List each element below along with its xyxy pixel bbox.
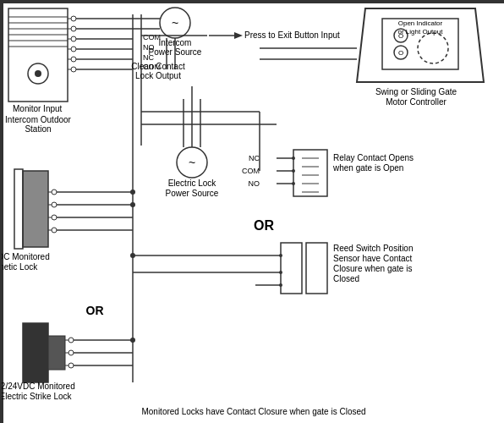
elec-lock-ac-symbol: ~ (189, 156, 195, 169)
strike-lock-label2: Electric Strike Lock (2, 392, 73, 401)
com-label: COM (143, 33, 161, 41)
svg-point-97 (130, 190, 135, 195)
or-label1: OR (254, 218, 274, 233)
reed-switch-label1: Reed Switch Position (333, 244, 414, 253)
svg-rect-72 (48, 336, 65, 370)
open-indicator-o2: O (398, 49, 403, 57)
swing-gate-label2: Motor Controller (386, 97, 446, 107)
clean-contact-label1: Clean Contact (131, 62, 185, 71)
reed-switch-label4: Closed (333, 274, 359, 283)
nc-relay-label: NC (249, 154, 260, 162)
strike-lock-label1: 12/24VDC Monitored (2, 382, 75, 391)
clean-contact-label2: Lock Output (135, 71, 181, 80)
no-label1: NO (143, 43, 155, 52)
open-indicator-text2: or Light Output (398, 28, 444, 36)
wiring-diagram: Monitor Input ~ Intercom Power Source CO… (0, 0, 504, 423)
elec-lock-power-label1: Electric Lock (168, 179, 217, 188)
svg-rect-61 (23, 171, 48, 247)
swing-gate-label1: Swing or Sliding Gate (375, 87, 457, 96)
press-to-exit-label: Press to Exit Button Input (244, 30, 340, 40)
open-indicator-text1: Open Indicator (398, 19, 443, 27)
relay-contact-label2: when gate is Open (332, 163, 403, 173)
svg-rect-71 (23, 323, 48, 382)
relay-contact-label1: Relay Contact Opens (333, 153, 414, 162)
svg-rect-0 (3, 3, 504, 423)
svg-point-100 (130, 338, 135, 343)
elec-lock-power-label2: Power Source (166, 189, 219, 198)
svg-point-9 (35, 70, 41, 77)
com-relay-label: COM (242, 167, 260, 175)
bottom-label: Monitored Locks have Contact Closure whe… (141, 407, 365, 416)
intercom-outdoor-label2: Station (25, 124, 51, 134)
reed-switch-label2: Sensor have Contact (333, 254, 413, 263)
intercom-outdoor-label1: Intercom Outdoor (5, 115, 71, 124)
no-relay-label: NO (249, 179, 260, 188)
svg-point-98 (130, 202, 135, 207)
mag-lock-label2: Magnetic Lock (2, 262, 38, 272)
mag-lock-label1: 12/24VDC Monitored (2, 252, 50, 261)
intercom-ac-symbol: ~ (172, 16, 178, 30)
svg-point-99 (130, 253, 135, 258)
reed-switch-label3: Closure when gate is (333, 264, 412, 273)
or-label2: OR (86, 304, 104, 317)
monitor-input-label: Monitor Input (13, 104, 63, 113)
nc-label1: NC (143, 53, 154, 62)
